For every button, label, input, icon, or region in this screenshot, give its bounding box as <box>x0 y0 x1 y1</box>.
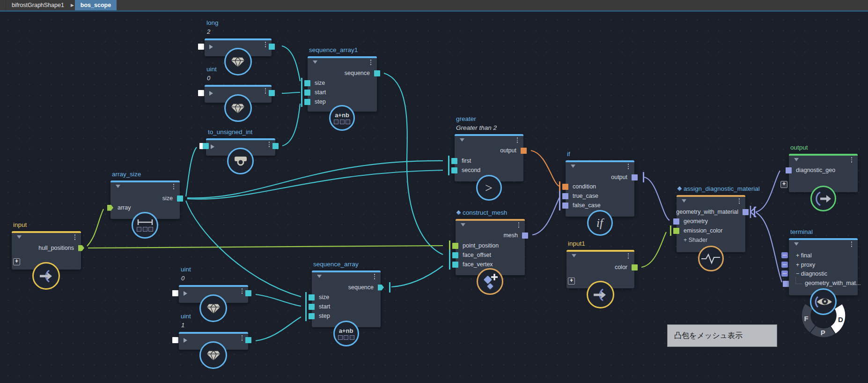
port-row-true_case: true_case <box>566 192 634 200</box>
node-accent-strip <box>205 85 272 87</box>
port-sequence-out[interactable] <box>374 70 380 76</box>
port-step-in[interactable] <box>304 99 310 105</box>
terminal-row-label[interactable]: − diagnostic <box>796 270 827 277</box>
port-geometry-in[interactable] <box>673 218 679 225</box>
port-uint_top-out[interactable] <box>269 90 275 96</box>
node-menu-icon[interactable] <box>626 253 630 259</box>
sequence-icon-squares <box>334 120 350 124</box>
sequence-icon: a+nb <box>338 328 354 340</box>
port-face_offset-in[interactable] <box>452 252 458 258</box>
node-body[interactable]: meshpoint_positionface_offsetface_vertex <box>456 219 525 275</box>
port-output-out[interactable] <box>521 148 527 154</box>
port-size-out[interactable] <box>177 195 183 202</box>
add-port-button[interactable]: + <box>13 258 20 265</box>
port-row-face_offset: face_offset <box>456 251 525 259</box>
port-long-out[interactable] <box>269 44 275 50</box>
shader-expand-label[interactable]: + Shader <box>684 237 707 243</box>
port-first-in[interactable] <box>451 158 457 164</box>
node-accent-strip <box>566 250 634 252</box>
collapse-icon[interactable] <box>17 235 22 239</box>
node-menu-icon[interactable] <box>626 164 630 169</box>
collapse-icon[interactable] <box>571 165 575 168</box>
port-junction-bar <box>670 225 671 236</box>
terminal-multiport-diagnostic[interactable]: ⋯ <box>781 270 788 277</box>
port-row-first: first <box>455 157 523 165</box>
port-step-in[interactable] <box>309 313 315 319</box>
node-body[interactable]: + final+ proxy− diagnosticgeometry_with_… <box>789 238 858 295</box>
node-menu-icon[interactable] <box>373 274 376 279</box>
port-second-in[interactable] <box>451 167 457 173</box>
port-row-size: size <box>308 79 377 87</box>
add-port-button[interactable]: + <box>568 278 575 285</box>
node-menu-icon[interactable] <box>369 60 373 65</box>
node-body[interactable]: outputfirstsecond <box>455 134 523 181</box>
node-title-text: greater <box>456 115 476 122</box>
unconnected-input-port[interactable] <box>172 290 178 296</box>
terminal-multiport-proxy[interactable]: ⋯ <box>781 262 788 268</box>
port-hull_positions-out[interactable] <box>78 245 84 251</box>
port-to_unsigned_int-out[interactable] <box>272 143 279 149</box>
node-accent-strip <box>179 332 248 334</box>
collapse-icon[interactable] <box>682 199 686 203</box>
port-false_case-in[interactable] <box>562 203 568 209</box>
tab-bos-scope[interactable]: bos_scope <box>75 0 117 10</box>
node-accent-strip <box>789 238 858 240</box>
unconnected-input-port[interactable] <box>172 337 178 343</box>
collapse-icon[interactable] <box>794 158 799 161</box>
port-uint_b0-out[interactable] <box>245 290 251 296</box>
node-menu-icon[interactable] <box>850 241 853 247</box>
terminal-row-label[interactable]: + final <box>796 252 812 259</box>
port-label: true_case <box>573 193 598 199</box>
node-body[interactable]: geometry_with_materialgeometryemission_c… <box>677 195 745 252</box>
node-menu-icon[interactable] <box>737 198 741 204</box>
node-accent-strip <box>12 231 81 233</box>
terminal-multiport-final[interactable]: ⋯ <box>781 252 788 258</box>
port-sequence-out[interactable] <box>378 285 384 291</box>
port-diagnostic_geo-in[interactable] <box>786 167 792 173</box>
port-row-diagnostic_geo: diagnostic_geo <box>789 166 858 174</box>
port-geometry_with_material-out[interactable] <box>743 209 749 215</box>
terminal-child-port-label[interactable]: geometry_with_mat... <box>805 280 861 286</box>
port-diagnostic-child-in[interactable] <box>783 281 789 287</box>
port-uint_b1-out[interactable] <box>245 337 251 343</box>
node-menu-icon[interactable] <box>515 137 519 143</box>
unconnected-input-port[interactable] <box>198 90 204 96</box>
port-face_vertex-in[interactable] <box>452 262 458 268</box>
collapse-icon[interactable] <box>116 185 120 188</box>
port-emission_color-in[interactable] <box>673 228 679 234</box>
port-start-in[interactable] <box>309 304 315 310</box>
unconnected-input-port[interactable] <box>198 44 204 50</box>
port-size-in[interactable] <box>309 294 315 300</box>
node-menu-icon[interactable] <box>73 234 77 240</box>
node-body[interactable]: sequencesizestartstep <box>308 56 377 112</box>
node-menu-icon[interactable] <box>517 222 521 228</box>
collapse-icon[interactable] <box>461 223 465 226</box>
node-accent-strip <box>308 56 377 58</box>
collapse-icon[interactable] <box>460 138 464 142</box>
port-condition-in[interactable] <box>562 184 568 190</box>
port-start-in[interactable] <box>304 90 310 96</box>
port-true_case-in[interactable] <box>562 193 568 199</box>
greater-icon: > <box>485 180 493 195</box>
node-type-label: uint <box>181 313 191 320</box>
collapse-icon[interactable] <box>313 60 317 64</box>
port-color-out[interactable] <box>632 264 638 270</box>
collapse-icon[interactable] <box>317 275 322 278</box>
node-menu-icon[interactable] <box>172 184 176 189</box>
port-output-out[interactable] <box>632 174 638 180</box>
collapse-icon[interactable] <box>572 254 576 257</box>
breadcrumb-graph-shape[interactable]: bifrostGraphShape1 <box>6 0 70 10</box>
node-menu-icon[interactable] <box>850 157 853 163</box>
node-body[interactable]: sequencesizestartstep <box>312 270 381 327</box>
port-junction-bar <box>301 97 302 107</box>
node-icon-circle <box>227 148 254 174</box>
sequence-icon: a+nb <box>334 112 350 124</box>
port-mesh-out[interactable] <box>522 233 528 239</box>
add-port-button[interactable]: + <box>780 181 787 188</box>
terminal-row-label[interactable]: + proxy <box>796 262 815 268</box>
port-size-in[interactable] <box>304 80 310 86</box>
port-point_position-in[interactable] <box>452 243 458 249</box>
port-array-in[interactable] <box>107 205 113 211</box>
node-body[interactable]: outputconditiontrue_casefalse_case <box>566 160 634 217</box>
collapse-icon[interactable] <box>794 242 799 246</box>
